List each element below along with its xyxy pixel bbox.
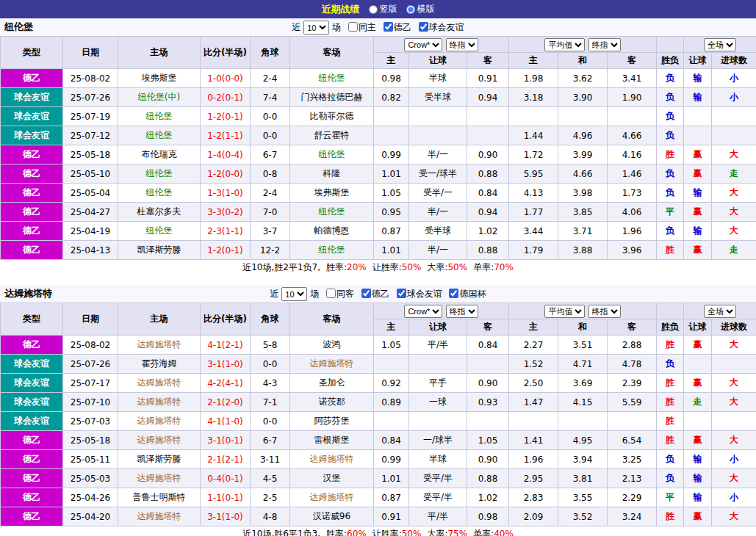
avg-home-cell: 1.98 bbox=[509, 69, 558, 88]
goals-result-cell: 大 bbox=[712, 184, 756, 203]
avg-away-cell: 1.90 bbox=[608, 88, 657, 107]
avg-draw-cell: 3.52 bbox=[558, 507, 608, 526]
avg-draw-cell: 3.62 bbox=[558, 69, 608, 88]
bookmaker-select[interactable]: Crow* bbox=[404, 305, 442, 318]
score-cell: 1-2(1-1) bbox=[201, 126, 251, 145]
odds-home-cell: 0.99 bbox=[374, 145, 409, 164]
col-handicap-result: 让球 bbox=[684, 319, 712, 336]
match-count-select[interactable]: 10 bbox=[303, 21, 329, 35]
near-label: 近 bbox=[270, 289, 279, 299]
goals-result-cell bbox=[712, 412, 756, 431]
vertical-layout-radio[interactable] bbox=[369, 5, 378, 14]
avg-draw-cell: 3.98 bbox=[558, 184, 608, 203]
avg-away-cell: 3.24 bbox=[608, 507, 657, 526]
same-home-label: 同主 bbox=[359, 22, 376, 32]
odds-handicap-cell bbox=[409, 107, 467, 126]
match-row: 德乙25-08-02达姆施塔特4-1(2-1)5-8波鸿1.05平/半0.842… bbox=[1, 336, 756, 355]
filter-league2[interactable]: 德乙 bbox=[381, 22, 411, 32]
goals-result-cell bbox=[712, 355, 756, 374]
avg-draw-cell bbox=[558, 412, 608, 431]
avg-home-cell: 1.72 bbox=[509, 145, 558, 164]
score-cell: 2-1(2-1) bbox=[201, 450, 251, 469]
score-cell: 0-4(0-1) bbox=[201, 469, 251, 488]
friendly-checkbox[interactable] bbox=[397, 289, 406, 298]
away-team-name: 帕德博恩 bbox=[290, 222, 374, 241]
odds-handicap-cell: 受一/球半 bbox=[409, 164, 467, 184]
horizontal-layout-radio[interactable] bbox=[406, 5, 415, 14]
scope-select[interactable]: 全场 bbox=[704, 305, 736, 318]
over-rate-stat: 大率:50% bbox=[427, 262, 467, 272]
layout-option-horizontal[interactable]: 横版 bbox=[406, 3, 435, 15]
handicap-result-cell: 赢 bbox=[684, 374, 712, 393]
scope-select[interactable]: 全场 bbox=[704, 38, 736, 51]
handicap-result-cell: 输 bbox=[684, 450, 712, 469]
avg-time-select[interactable]: 终指 bbox=[588, 305, 621, 318]
match-date: 25-04-19 bbox=[63, 222, 118, 241]
odds-handicap-cell: 一/球半 bbox=[409, 431, 467, 450]
away-team-name: 汉诺威96 bbox=[290, 507, 374, 526]
odds-handicap-cell: 半/一 bbox=[409, 241, 467, 260]
odds-time-select[interactable]: 终指 bbox=[446, 38, 478, 51]
avg-time-select[interactable]: 终指 bbox=[588, 38, 621, 51]
vertical-layout-label: 竖版 bbox=[380, 3, 397, 15]
avg-home-cell: 1.77 bbox=[509, 203, 558, 222]
league-type-badge: 球会友谊 bbox=[1, 88, 63, 107]
away-team-name: 舒云霍特 bbox=[290, 126, 374, 145]
filter-controls: 近 10 场 同主 德乙 球会友谊 bbox=[0, 18, 756, 36]
away-team-name: 科隆 bbox=[290, 164, 374, 184]
match-date: 25-07-26 bbox=[63, 355, 118, 374]
league-type-badge: 德乙 bbox=[1, 431, 63, 450]
filter-same-home[interactable]: 同主 bbox=[345, 22, 376, 32]
league2-checkbox[interactable] bbox=[384, 22, 393, 32]
goals-result-cell: 大 bbox=[712, 222, 756, 241]
score-cell: 1-4(0-4) bbox=[201, 145, 251, 164]
odds-time-select[interactable]: 终指 bbox=[446, 305, 478, 318]
corner-score-cell: 2-4 bbox=[251, 69, 290, 88]
games-label: 场 bbox=[310, 289, 319, 299]
handicap-result-cell bbox=[684, 126, 712, 145]
filter-league2[interactable]: 德乙 bbox=[359, 289, 389, 299]
results-table: 类型 日期 主场 比分(半场) 角球 客场 Crow* 终指 平均值 终指 全场 bbox=[0, 36, 756, 260]
avg-away-cell: 1.73 bbox=[608, 184, 657, 203]
avg-home-cell: 1.79 bbox=[509, 241, 558, 260]
col-avg-draw: 和 bbox=[558, 53, 608, 69]
results-table: 类型 日期 主场 比分(半场) 角球 客场 Crow* 终指 平均值 终指 全场 bbox=[0, 303, 756, 526]
bookmaker-select[interactable]: Crow* bbox=[404, 38, 442, 51]
match-result-cell: 胜 bbox=[657, 145, 684, 164]
layout-option-vertical[interactable]: 竖版 bbox=[369, 3, 397, 15]
odds-home-cell: 0.92 bbox=[374, 374, 409, 393]
average-select[interactable]: 平均值 bbox=[544, 305, 585, 318]
avg-home-cell bbox=[509, 412, 558, 431]
team-section-nuremberg: 纽伦堡 近 10 场 同主 德乙 球会友谊 类型 日期 主场 比分(半场) 角球… bbox=[0, 18, 756, 275]
home-team-name: 纽伦堡 bbox=[118, 164, 201, 184]
friendly-checkbox[interactable] bbox=[419, 22, 428, 32]
summary-line: 近10场,胜6平1负3,胜率:60%让胜率:50%大率:75%单率:40% bbox=[0, 526, 756, 536]
avg-draw-cell: 3.71 bbox=[558, 222, 608, 241]
odds-home-cell: 1.05 bbox=[374, 184, 409, 203]
filter-same-away[interactable]: 同客 bbox=[323, 289, 354, 299]
odds-home-cell: 0.84 bbox=[374, 431, 409, 450]
odds-away-cell: 1.02 bbox=[467, 222, 509, 241]
match-date: 25-05-10 bbox=[63, 164, 118, 184]
same-away-checkbox[interactable] bbox=[326, 289, 336, 298]
handicap-rate-stat: 让胜率:50% bbox=[372, 262, 422, 272]
filter-friendly[interactable]: 球会友谊 bbox=[416, 22, 464, 32]
away-team-name: 纽伦堡 bbox=[290, 241, 374, 260]
match-count-select[interactable]: 10 bbox=[281, 287, 307, 301]
handicap-result-cell: 赢 bbox=[684, 203, 712, 222]
odds-home-cell: 0.89 bbox=[374, 393, 409, 412]
same-home-checkbox[interactable] bbox=[348, 22, 358, 32]
handicap-result-cell: 输 bbox=[684, 469, 712, 488]
odds-home-cell: 0.99 bbox=[374, 450, 409, 469]
avg-draw-cell: 4.71 bbox=[558, 355, 608, 374]
cup-checkbox[interactable] bbox=[449, 289, 458, 298]
filter-cup[interactable]: 德国杯 bbox=[446, 289, 486, 299]
league2-checkbox[interactable] bbox=[361, 289, 371, 298]
match-date: 25-05-18 bbox=[63, 145, 118, 164]
summary-prefix: 近10场,胜2平1负7, bbox=[242, 262, 320, 272]
average-select[interactable]: 平均值 bbox=[544, 38, 585, 51]
match-date: 25-05-03 bbox=[63, 469, 118, 488]
corner-score-cell: 0-0 bbox=[251, 355, 290, 374]
avg-draw-cell: 3.88 bbox=[558, 241, 608, 260]
filter-friendly[interactable]: 球会友谊 bbox=[394, 289, 442, 299]
